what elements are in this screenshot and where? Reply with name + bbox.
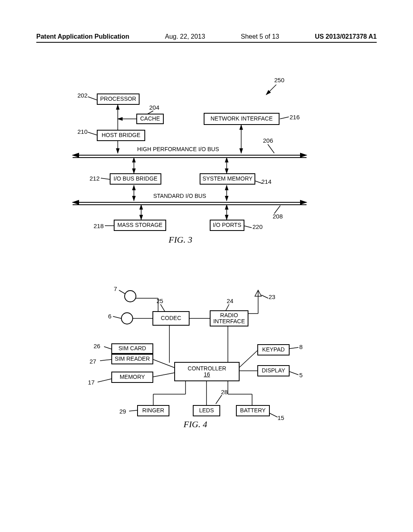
- ref-27: 27: [90, 358, 96, 365]
- ref-6: 6: [108, 313, 111, 320]
- radio-interface-label: RADIO INTERFACE: [213, 312, 245, 325]
- svg-line-40: [239, 351, 257, 368]
- microphone-icon: [121, 312, 133, 324]
- sim-reader-label: SIM READER: [115, 356, 150, 362]
- sim-card-label: SIM CARD: [119, 345, 146, 351]
- ref-26: 26: [94, 343, 100, 349]
- keypad-label: KEYPAD: [262, 347, 285, 353]
- ref-8: 8: [299, 343, 302, 350]
- battery-box: BATTERY: [236, 405, 270, 416]
- ref-17: 17: [88, 379, 95, 386]
- ringer-label: RINGER: [142, 407, 164, 414]
- ref-23: 23: [269, 293, 275, 300]
- speaker-icon: [124, 290, 136, 302]
- display-label: DISPLAY: [262, 368, 285, 374]
- svg-line-28: [113, 316, 121, 318]
- keypad-box: KEYPAD: [257, 344, 290, 355]
- svg-line-39: [153, 373, 174, 377]
- ref-28: 28: [221, 389, 228, 395]
- svg-line-54: [216, 395, 222, 404]
- svg-line-56: [269, 413, 277, 417]
- svg-line-49: [104, 347, 111, 349]
- controller-box: CONTROLLER 16: [174, 362, 240, 381]
- ref-7: 7: [114, 285, 117, 292]
- codec-label: CODEC: [161, 315, 181, 321]
- svg-line-51: [98, 379, 111, 382]
- ref-24: 24: [227, 297, 234, 304]
- controller-ref: 16: [204, 372, 210, 378]
- svg-line-55: [129, 410, 137, 411]
- ref-25: 25: [156, 297, 163, 304]
- ringer-box: RINGER: [137, 405, 169, 416]
- sim-reader-box: SIM READER: [111, 354, 153, 364]
- svg-line-50: [100, 360, 111, 361]
- fig4-caption: FIG. 4: [184, 419, 207, 430]
- leds-label: LEDS: [199, 407, 214, 414]
- controller-label: CONTROLLER: [188, 366, 226, 372]
- svg-line-38: [153, 360, 174, 368]
- memory-label: MEMORY: [120, 374, 145, 380]
- ref-15: 15: [277, 414, 284, 421]
- battery-label: BATTERY: [240, 407, 265, 414]
- codec-box: CODEC: [152, 311, 190, 326]
- radio-interface-box: RADIO INTERFACE: [210, 310, 248, 326]
- ref-29: 29: [119, 408, 126, 415]
- memory-box: MEMORY: [111, 372, 153, 383]
- display-box: DISPLAY: [257, 365, 290, 376]
- ref-5: 5: [299, 372, 302, 378]
- sim-card-box: SIM CARD: [111, 343, 153, 354]
- leds-box: LEDS: [193, 405, 220, 416]
- svg-line-52: [290, 347, 298, 349]
- svg-line-53: [290, 372, 298, 375]
- svg-line-33: [261, 295, 268, 298]
- figure-4: 7 6 23 CODEC 25 RADIO INTERFACE 24 SIM C…: [0, 0, 413, 532]
